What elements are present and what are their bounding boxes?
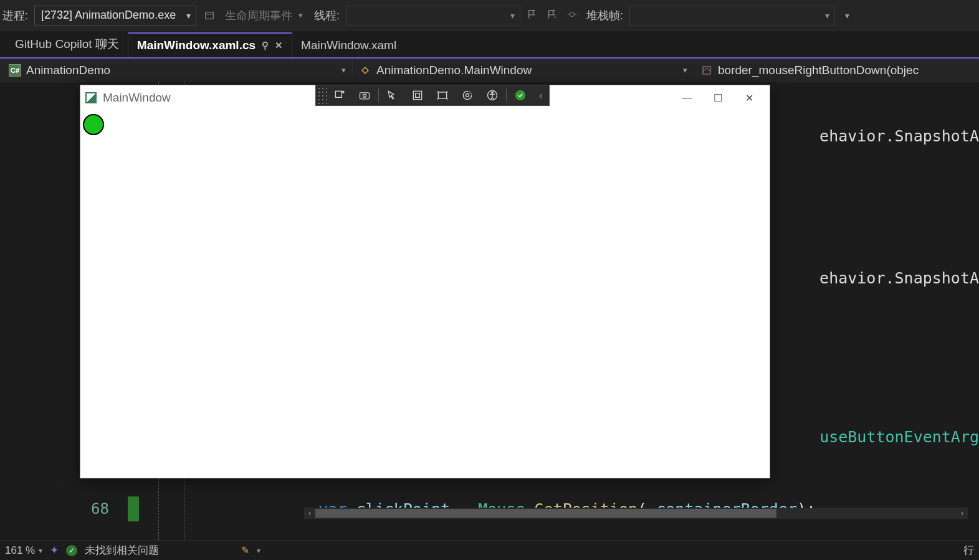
flag-icon[interactable] bbox=[527, 9, 540, 22]
zoom-value: 161 % bbox=[5, 544, 35, 557]
change-marker bbox=[128, 496, 139, 521]
tab-github-copilot[interactable]: GitHub Copilot 聊天 bbox=[6, 31, 128, 57]
horizontal-scrollbar[interactable]: ‹ › bbox=[304, 508, 968, 519]
close-button[interactable]: ✕ bbox=[733, 85, 765, 110]
process-select[interactable]: [2732] AnimationDemo.exe ▾ bbox=[34, 6, 196, 26]
toolbar-grip[interactable] bbox=[316, 85, 327, 105]
tab-label: MainWindow.xaml.cs bbox=[137, 39, 255, 52]
app-canvas[interactable] bbox=[80, 110, 770, 478]
document-tab-bar: GitHub Copilot 聊天 MainWindow.xaml.cs ⚲ ✕… bbox=[0, 31, 979, 59]
svg-point-10 bbox=[492, 92, 494, 94]
svg-rect-5 bbox=[413, 91, 421, 99]
lifecycle-icon bbox=[203, 9, 216, 22]
line-col-label[interactable]: 行 bbox=[963, 543, 974, 558]
scroll-left-button[interactable]: ‹ bbox=[304, 508, 315, 519]
hot-reload-icon[interactable] bbox=[455, 85, 480, 105]
tab-mainwindow-cs[interactable]: MainWindow.xaml.cs ⚲ ✕ bbox=[128, 32, 292, 57]
stackframe-select[interactable]: ▾ bbox=[629, 6, 835, 26]
zoom-control[interactable]: 161 % ▾ bbox=[5, 544, 42, 557]
tab-label: MainWindow.xaml bbox=[301, 39, 396, 52]
svg-point-8 bbox=[466, 94, 469, 97]
maximize-button[interactable]: ☐ bbox=[702, 85, 733, 110]
thread-select[interactable]: ▾ bbox=[346, 6, 520, 26]
tab-mainwindow-xaml[interactable]: MainWindow.xaml bbox=[292, 34, 405, 57]
layout-adorners-icon[interactable] bbox=[405, 85, 430, 105]
thread-label: 线程: bbox=[314, 8, 340, 23]
svg-rect-7 bbox=[438, 92, 446, 98]
no-issues-text[interactable]: 未找到相关问题 bbox=[85, 543, 159, 558]
tab-label: GitHub Copilot 聊天 bbox=[15, 36, 119, 52]
scroll-thumb[interactable] bbox=[315, 509, 776, 518]
chevron-down-icon[interactable]: ▾ bbox=[298, 11, 303, 20]
green-ball[interactable] bbox=[83, 114, 104, 135]
svg-rect-2 bbox=[335, 91, 341, 97]
chevron-down-icon: ▾ bbox=[186, 11, 191, 21]
close-icon[interactable]: ✕ bbox=[275, 40, 283, 51]
app-icon bbox=[85, 92, 97, 103]
process-label: 进程: bbox=[2, 8, 28, 23]
diagnostics-ok-icon[interactable] bbox=[508, 85, 533, 105]
process-value: [2732] AnimationDemo.exe bbox=[41, 9, 176, 22]
app-title: MainWindow bbox=[103, 91, 171, 105]
svg-point-4 bbox=[363, 94, 366, 97]
chevron-down-icon: ▾ bbox=[825, 11, 829, 21]
running-app-window[interactable]: MainWindow — ☐ ✕ bbox=[80, 85, 770, 478]
ok-check-icon: ✓ bbox=[66, 545, 77, 556]
svg-rect-3 bbox=[360, 93, 370, 99]
cleanup-icon[interactable]: ✎ bbox=[241, 544, 249, 556]
accessibility-icon[interactable] bbox=[480, 85, 505, 105]
svg-rect-6 bbox=[416, 93, 420, 98]
overflow-icon[interactable]: ▾ bbox=[845, 11, 849, 21]
health-indicator-icon[interactable]: ✦ bbox=[50, 544, 59, 557]
editor-status-bar: 161 % ▾ ✦ ✓ 未找到相关问题 ✎ ▾ 行 bbox=[0, 540, 979, 560]
svg-point-11 bbox=[516, 91, 525, 100]
svg-rect-0 bbox=[206, 12, 214, 19]
select-element-icon[interactable] bbox=[380, 85, 405, 105]
xaml-diagnostics-toolbar[interactable]: ‹ bbox=[315, 85, 550, 106]
line-number: 68 bbox=[0, 500, 128, 518]
go-to-live-tree-icon[interactable] bbox=[327, 85, 352, 105]
stackframe-label: 堆栈帧: bbox=[586, 8, 623, 23]
minimize-button[interactable]: — bbox=[671, 85, 702, 110]
debug-toolbar: 进程: [2732] AnimationDemo.exe ▾ 生命周期事件 ▾ … bbox=[0, 0, 979, 31]
chevron-down-icon[interactable]: ▾ bbox=[257, 546, 260, 555]
screenshot-icon[interactable] bbox=[352, 85, 377, 105]
pin-icon[interactable]: ⚲ bbox=[262, 40, 269, 51]
flag-toggle-icon[interactable] bbox=[547, 9, 560, 22]
collapse-toolbar-icon[interactable]: ‹ bbox=[533, 85, 549, 105]
lifecycle-label[interactable]: 生命周期事件 bbox=[225, 8, 292, 23]
chevron-down-icon: ▾ bbox=[510, 11, 515, 21]
track-focus-icon[interactable] bbox=[430, 85, 455, 105]
csharp-icon: C# bbox=[9, 64, 21, 77]
chevron-down-icon: ▾ bbox=[39, 546, 42, 555]
nav-project-label: AnimationDemo bbox=[26, 64, 110, 77]
scroll-right-button[interactable]: › bbox=[957, 508, 968, 519]
link-icon[interactable] bbox=[566, 9, 580, 22]
